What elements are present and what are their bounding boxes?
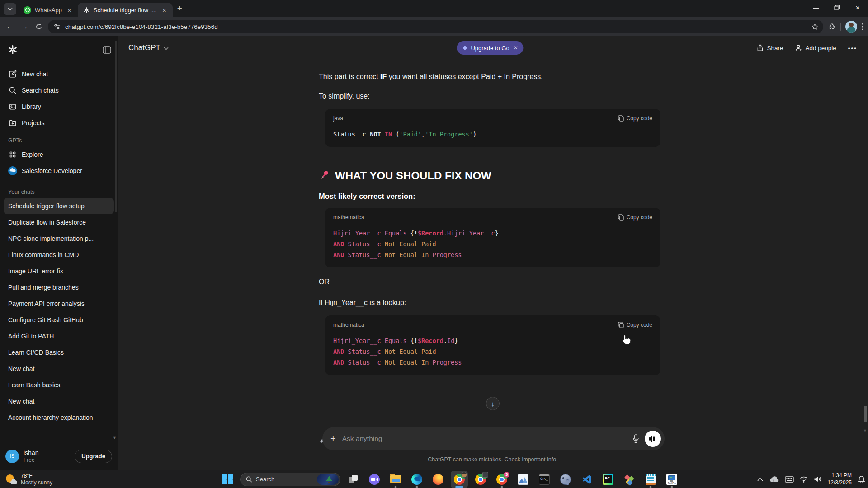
share-button[interactable]: Share [757, 44, 783, 52]
search-highlight-image[interactable] [317, 474, 339, 485]
copy-code-button[interactable]: Copy code [618, 115, 652, 122]
taskbar-app-firefox[interactable] [429, 471, 447, 488]
toolbar-divider [840, 23, 841, 31]
upgrade-button[interactable]: Upgrade [75, 450, 112, 463]
chat-history-item[interactable]: Pull and merge branches [4, 279, 114, 296]
account-row[interactable]: IS ishan Free Upgrade [0, 442, 118, 470]
taskbar-app-file-explorer[interactable] [387, 471, 404, 488]
taskbar-app-notepad-plus-plus[interactable] [642, 471, 659, 488]
taskbar-weather-widget[interactable]: 78°F Mostly sunny [5, 473, 52, 486]
touch-keyboard-icon[interactable] [785, 476, 794, 483]
extensions-icon[interactable] [828, 23, 836, 31]
taskbar-app-command-prompt[interactable] [536, 471, 553, 488]
restore-button[interactable] [826, 0, 847, 15]
sidebar-item-new-chat[interactable]: New chat [4, 66, 114, 82]
running-indicator [395, 486, 397, 488]
volume-icon[interactable] [814, 476, 822, 483]
sidebar-item-library[interactable]: Library [4, 99, 114, 115]
message-composer[interactable]: + Ask anything [322, 427, 665, 450]
browser-menu-icon[interactable] [862, 23, 863, 30]
site-settings-icon[interactable] [53, 23, 61, 30]
taskbar-app-microsoft-edge[interactable] [408, 471, 425, 488]
chat-history-item[interactable]: Learn CI/CD Basics [4, 344, 114, 361]
copy-code-button[interactable]: Copy code [618, 322, 652, 328]
tab-close-icon[interactable]: × [160, 6, 168, 14]
chat-history-item[interactable]: Image URL error fix [4, 263, 114, 279]
chat-history-item[interactable]: New chat [4, 393, 114, 409]
taskbar-clock[interactable]: 1:34 PM 12/3/2025 [828, 472, 852, 486]
tab-close-icon[interactable]: × [66, 6, 73, 14]
gpt-item-salesforce-developer[interactable]: Salesforce Developer [4, 163, 114, 179]
upgrade-to-go-pill[interactable]: Upgrade to Go ✕ [457, 41, 523, 55]
code-content: Status__c NOT IN ('Paid','In Progress') [333, 129, 652, 140]
taskbar-app-meet-app[interactable] [366, 471, 383, 488]
reload-button[interactable] [32, 23, 46, 30]
taskbar-app-pycharm[interactable] [599, 471, 617, 488]
sidebar-item-projects[interactable]: Projects [4, 115, 114, 131]
sidebar-toggle-icon[interactable] [103, 46, 111, 54]
sidebar-item-search-chats[interactable]: Search chats [4, 82, 114, 99]
chat-history-item[interactable]: Configure Git Bash GitHub [4, 312, 114, 328]
mouse-cursor [621, 334, 631, 346]
taskbar-app-office-app[interactable] [621, 471, 638, 488]
attach-plus-icon[interactable]: + [330, 434, 336, 444]
copy-icon [618, 115, 624, 122]
window-controls: — ✕ [806, 0, 868, 15]
voice-mode-button[interactable] [645, 431, 661, 447]
message-input[interactable]: Ask anything [342, 435, 632, 443]
page-scrollbar-thumb[interactable] [864, 406, 867, 422]
chat-history-item[interactable]: Duplicate flow in Salesforce [4, 214, 114, 230]
system-tray: 1:34 PM 12/3/2025 [757, 470, 865, 488]
taskbar-app-photos-app[interactable] [514, 471, 532, 488]
library-icon [8, 103, 17, 111]
code-content: Hijri_Year__c Equals {!$Record.Id}AND St… [333, 335, 652, 368]
page-scroll-arrow[interactable]: ▼ [863, 428, 867, 433]
new-tab-button[interactable]: + [177, 4, 182, 14]
chat-history-item[interactable]: Add Git to PATH [4, 328, 114, 344]
add-people-button[interactable]: Add people [795, 44, 836, 52]
taskbar-app-taskpro[interactable]: TaskPro [663, 471, 680, 488]
tab-search-button[interactable] [4, 3, 16, 15]
explore-icon [8, 150, 17, 159]
close-button[interactable]: ✕ [847, 0, 868, 15]
taskbar-app-postgresql[interactable] [557, 471, 574, 488]
mic-icon[interactable] [632, 434, 639, 443]
chat-history-item[interactable]: New chat [4, 361, 114, 377]
forward-button[interactable]: → [17, 22, 32, 31]
minimize-button[interactable]: — [806, 0, 826, 15]
dismiss-upgrade-icon[interactable]: ✕ [514, 45, 518, 51]
browser-profile-avatar[interactable] [845, 21, 857, 33]
chat-history-item[interactable]: Schedule trigger flow setup [4, 198, 114, 214]
start-button[interactable] [219, 471, 236, 488]
chat-header: ChatGPT Upgrade to Go ✕ Share Add peopl [118, 36, 868, 60]
back-button[interactable]: ← [3, 22, 17, 31]
chat-history-item[interactable]: Payment API error analysis [4, 296, 114, 312]
chat-history-item[interactable]: Linux commands in CMD [4, 247, 114, 263]
browser-toolbar: ← → chatgpt.com/c/692fc8be-e104-8321-af3… [0, 17, 868, 36]
chat-history-item[interactable]: Account hierarchy explanation [4, 409, 114, 426]
taskbar-search[interactable]: Search [240, 473, 340, 486]
sidebar-scroll-arrow[interactable]: ▼ [113, 436, 117, 440]
url-bar[interactable]: chatgpt.com/c/692fc8be-e104-8321-af3e-b5… [48, 20, 823, 33]
taskbar-app-chrome-profile-2[interactable] [472, 471, 489, 488]
conversation-menu-icon[interactable]: ••• [848, 45, 857, 52]
copy-code-button[interactable]: Copy code [618, 214, 652, 221]
sidebar-scrollbar[interactable] [115, 41, 117, 212]
taskbar-app-chrome-profile-3[interactable]: S [493, 471, 510, 488]
chat-history-item[interactable]: NPC clone implementation p... [4, 230, 114, 247]
model-selector[interactable]: ChatGPT [128, 43, 169, 52]
notifications-bell-icon[interactable] [858, 475, 865, 483]
scroll-to-bottom-button[interactable]: ↓ [486, 397, 500, 410]
taskbar-app-task-view[interactable] [344, 471, 362, 488]
chat-history-item[interactable]: Learn Bash basics [4, 377, 114, 393]
wifi-icon[interactable] [800, 476, 808, 483]
gpt-item-explore[interactable]: Explore [4, 146, 114, 163]
bookmark-star-icon[interactable] [811, 23, 819, 31]
tab-whatsapp[interactable]: WhatsApp × [18, 3, 78, 17]
tab-chatgpt[interactable]: Schedule trigger flow setup × [78, 3, 173, 17]
profile-badge [482, 472, 488, 478]
taskbar-app-vs-code[interactable] [578, 471, 595, 488]
onedrive-icon[interactable] [769, 476, 779, 483]
taskbar-app-chrome-profile-1[interactable] [451, 471, 468, 488]
tray-chevron-up-icon[interactable] [757, 478, 763, 481]
